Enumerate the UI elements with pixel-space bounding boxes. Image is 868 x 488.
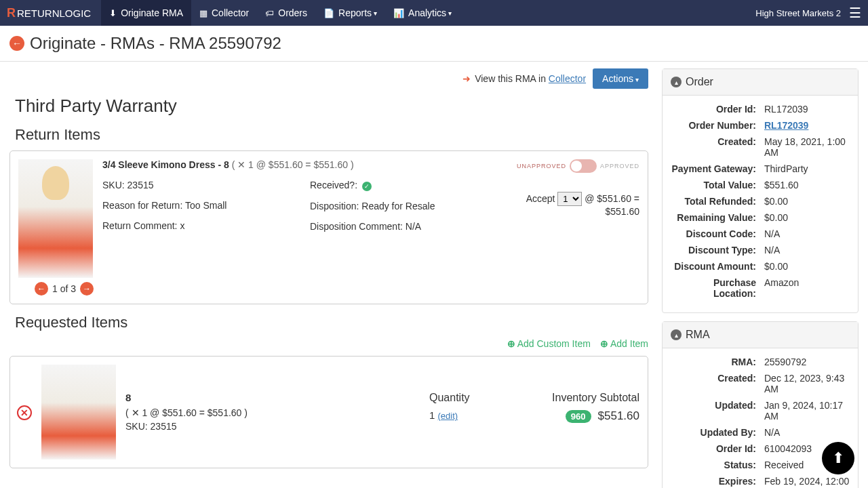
- chevron-up-icon: ▴: [671, 329, 682, 340]
- image-pager: ← 1 of 3 →: [18, 282, 639, 296]
- info-row: Total Value:$551.60: [671, 180, 850, 190]
- quantity-value: 1 (edit): [429, 409, 517, 421]
- quantity-header: Quantity: [429, 392, 517, 404]
- page-title: Originate - RMAs - RMA 25590792: [30, 34, 281, 53]
- info-row: Expires:Feb 19, 2024, 12:00 AM: [671, 476, 850, 488]
- rma-panel-header[interactable]: ▴RMA: [663, 322, 858, 348]
- info-row: Order Number:RL172039: [671, 120, 850, 131]
- info-row: Created:Dec 12, 2023, 9:43 AM: [671, 373, 850, 394]
- info-row: Discount Amount:$0.00: [671, 261, 850, 272]
- info-row: Order Id:RL172039: [671, 104, 850, 115]
- requested-product-name: 8: [125, 392, 409, 403]
- file-icon: 📄: [323, 8, 334, 18]
- back-button[interactable]: ←: [9, 36, 24, 51]
- info-row: Discount Type:N/A: [671, 245, 850, 256]
- chevron-down-icon: ▾: [635, 76, 639, 83]
- nav-originate-rma[interactable]: ⬇Originate RMA: [101, 0, 191, 26]
- nav-orders[interactable]: 🏷Orders: [257, 0, 315, 26]
- nav-collector[interactable]: ▦Collector: [191, 0, 257, 26]
- approved-label: APPROVED: [600, 163, 639, 169]
- info-row: Updated By:N/A: [671, 427, 850, 438]
- actions-button[interactable]: Actions▾: [593, 68, 648, 89]
- comment-line: Return Comment: x: [102, 220, 276, 231]
- logo[interactable]: R RETURNLOGIC: [7, 6, 91, 20]
- inventory-value: 960$551.60: [538, 409, 639, 423]
- tag-icon: 🏷: [265, 8, 274, 18]
- top-nav: R RETURNLOGIC ⬇Originate RMA ▦Collector …: [0, 0, 868, 26]
- requested-item-card: ✕ 8 ( ✕ 1 @ $551.60 = $551.60 ) SKU: 235…: [9, 356, 648, 468]
- info-row: Discount Code:N/A: [671, 228, 850, 239]
- approval-toggle[interactable]: [570, 159, 597, 173]
- inventory-header: Inventory Subtotal: [538, 392, 639, 404]
- logo-text: RETURNLOGIC: [17, 7, 91, 19]
- arrow-icon: ➜: [462, 73, 471, 84]
- unapproved-label: UNAPPROVED: [517, 163, 566, 169]
- remove-item-button[interactable]: ✕: [17, 405, 32, 420]
- plus-icon: ⊕: [600, 338, 608, 349]
- chevron-down-icon: ▾: [448, 9, 452, 17]
- pager-prev[interactable]: ←: [35, 282, 48, 296]
- section-title: Third Party Warranty: [9, 96, 648, 117]
- pager-next[interactable]: →: [80, 282, 94, 296]
- info-row: Remaining Value:$0.00: [671, 212, 850, 223]
- info-row: Purchase Location:Amazon: [671, 277, 850, 299]
- collector-link[interactable]: Collector: [549, 73, 586, 84]
- return-item-card: 3/4 Sleeve Kimono Dress - 8 ( ✕ 1 @ $551…: [9, 150, 648, 304]
- info-row: Updated:Jan 9, 2024, 10:17 AM: [671, 400, 850, 422]
- info-row: Total Refunded:$0.00: [671, 196, 850, 207]
- nav-analytics[interactable]: 📊Analytics▾: [385, 0, 460, 26]
- order-panel-header[interactable]: ▴Order: [663, 69, 858, 96]
- hamburger-icon[interactable]: ☰: [849, 5, 861, 21]
- info-row: Created:May 18, 2021, 1:00 AM: [671, 136, 850, 158]
- check-icon: ✓: [362, 182, 372, 191]
- nav-reports[interactable]: 📄Reports▾: [315, 0, 385, 26]
- accept-qty-select[interactable]: 1: [557, 192, 582, 206]
- account-name[interactable]: High Street Markets 2: [755, 8, 841, 18]
- edit-quantity[interactable]: (edit): [438, 411, 458, 421]
- chevron-up-icon: ▴: [671, 77, 682, 87]
- logo-icon: R: [7, 6, 16, 20]
- requested-items-title: Requested Items: [9, 314, 648, 331]
- disposition-comment-line: Disposition Comment: N/A: [310, 221, 484, 232]
- accept-row: Accept 1 @ $551.60 = $551.60: [504, 192, 639, 217]
- info-row: RMA:25590792: [671, 357, 850, 367]
- received-line: Received?: ✓: [310, 180, 484, 191]
- info-row: Payment Gateway:ThirdParty: [671, 163, 850, 174]
- inventory-badge: 960: [566, 410, 591, 423]
- add-item[interactable]: ⊕ Add Item: [600, 338, 648, 349]
- chart-icon: 📊: [393, 8, 404, 18]
- view-in-collector: ➜ View this RMA in Collector: [462, 73, 586, 84]
- plus-icon: ⊕: [507, 338, 515, 349]
- requested-sku: SKU: 23515: [125, 421, 409, 432]
- reason-line: Reason for Return: Too Small: [102, 200, 276, 211]
- download-icon: ⬇: [109, 8, 117, 18]
- product-image: [41, 365, 116, 460]
- grid-icon: ▦: [199, 8, 208, 18]
- product-title: 3/4 Sleeve Kimono Dress - 8 ( ✕ 1 @ $551…: [102, 159, 484, 170]
- requested-price: ( ✕ 1 @ $551.60 = $551.60 ): [125, 407, 409, 418]
- order-panel: ▴Order Order Id:RL172039Order Number:RL1…: [662, 68, 859, 313]
- chevron-down-icon: ▾: [374, 9, 377, 17]
- product-image: [18, 159, 93, 278]
- order-number-link[interactable]: RL172039: [764, 120, 808, 131]
- disposition-line: Disposition: Ready for Resale: [310, 201, 484, 211]
- breadcrumb-bar: ← Originate - RMAs - RMA 25590792: [0, 26, 868, 62]
- return-items-title: Return Items: [9, 126, 648, 144]
- help-fab[interactable]: ⬆: [822, 442, 854, 474]
- sku-line: SKU: 23515: [102, 180, 276, 190]
- add-custom-item[interactable]: ⊕ Add Custom Item: [507, 338, 591, 349]
